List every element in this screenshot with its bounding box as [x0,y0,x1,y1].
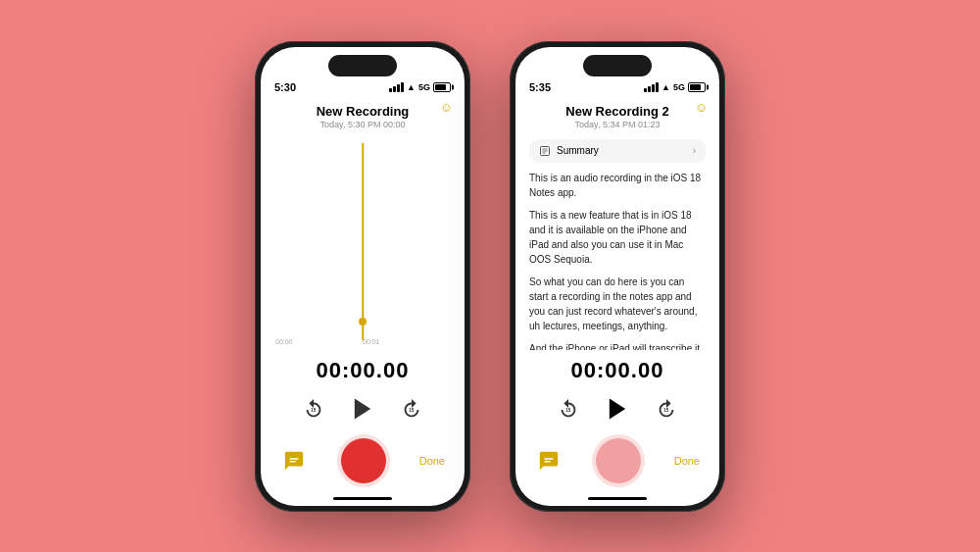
recording-header-2: New Recording 2 Today, 5:34 PM 01:23 ☺ [515,96,719,133]
bar1 [644,88,647,92]
signal-bars-2 [644,82,659,92]
skip-back-button-1[interactable]: 15 [300,395,327,423]
battery-fill-1 [435,84,446,90]
signal-bars-1 [389,82,404,92]
timer-display-2: 00:00.00 [515,350,719,389]
phone-1-screen: 5:30 ▲ 5G [261,47,465,506]
play-button-2[interactable] [602,393,633,425]
record-button-2[interactable] [596,438,641,483]
done-button-2[interactable]: Done [674,455,700,467]
bar4 [401,82,404,92]
transcript-area-2: Summary › This is an audio recording in … [515,133,719,350]
timer-display-1: 00:00.00 [261,350,465,389]
skip-forward-button-2[interactable]: 15 [653,395,680,423]
svg-text:15: 15 [663,407,669,412]
recording-meta-2: Today, 5:34 PM 01:23 [525,120,710,129]
playback-controls-1: 15 15 [261,389,465,432]
svg-rect-13 [544,461,550,462]
battery-fill-2 [690,84,701,90]
waveform-area-1: 00:00 00:01 [261,133,465,350]
transcript-p1: This is an audio recording in the iOS 18… [529,171,706,200]
summary-chevron-2: › [693,145,696,156]
recording-title-1: New Recording [270,104,455,119]
skip-back-button-2[interactable]: 15 [555,395,582,423]
screen-content-1: New Recording Today, 5:30 PM 00:00 ☺ 00:… [261,96,465,506]
timeline-dot-1 [359,318,367,326]
recording-meta-1: Today, 5:30 PM 00:00 [270,120,455,129]
timer-text-1: 00:00.00 [317,358,410,382]
phone-1: 5:30 ▲ 5G [255,41,470,512]
recording-title-2: New Recording 2 [525,104,710,119]
battery-icon-1 [433,82,451,92]
svg-rect-3 [289,458,298,459]
timer-text-2: 00:00.00 [571,358,664,382]
bar2 [648,86,651,92]
dynamic-island-1 [328,55,397,76]
waveform-canvas-1: 00:00 00:01 [261,133,465,350]
svg-marker-10 [610,398,625,419]
svg-rect-4 [289,461,295,462]
chat-button-1[interactable] [280,447,308,475]
wifi-icon-1: ▲ [407,82,416,92]
done-button-1[interactable]: Done [419,455,445,467]
screen-content-2: New Recording 2 Today, 5:34 PM 01:23 ☺ [515,96,719,506]
network-type-2: 5G [673,82,685,92]
svg-text:15: 15 [409,407,415,412]
bar1 [389,88,392,92]
status-time-1: 5:30 [274,81,296,93]
recording-header-1: New Recording Today, 5:30 PM 00:00 ☺ [261,96,465,133]
emoji-button-2[interactable]: ☺ [695,100,708,115]
summary-label-2: Summary [557,145,599,156]
svg-marker-1 [355,398,370,419]
bar3 [397,84,400,92]
transcript-p4: And the iPhone or iPad will transcribe i… [529,341,706,350]
home-indicator-2 [588,497,647,500]
phone-2: 5:35 ▲ 5G [510,41,725,512]
timeline-label-start-1: 00:00 [275,338,293,345]
timeline-labels-1: 00:00 00:01 [261,338,465,345]
svg-text:15: 15 [311,407,317,412]
svg-rect-12 [544,458,553,459]
transcript-p2: This is a new feature that is in iOS 18 … [529,208,706,267]
chat-button-2[interactable] [535,447,563,475]
timeline-label-mid-1: 00:01 [363,338,380,345]
transcript-text-2: This is an audio recording in the iOS 18… [529,171,706,350]
svg-text:15: 15 [565,407,571,412]
battery-icon-2 [688,82,706,92]
status-icons-1: ▲ 5G [389,82,451,92]
transcript-p3: So what you can do here is you can start… [529,275,706,333]
summary-button-2[interactable]: Summary › [529,139,706,163]
timeline-line-1 [362,143,364,340]
bar4 [656,82,659,92]
home-indicator-1 [333,497,392,500]
phone-2-screen: 5:35 ▲ 5G [515,47,719,506]
status-icons-2: ▲ 5G [644,82,706,92]
bottom-bar-1: Done [261,432,465,493]
emoji-button-1[interactable]: ☺ [440,100,453,115]
record-button-1[interactable] [341,438,386,483]
wifi-icon-2: ▲ [662,82,670,92]
status-time-2: 5:35 [529,81,551,93]
bar3 [652,84,655,92]
status-bar-1: 5:30 ▲ 5G [261,76,465,96]
playback-controls-2: 15 15 [515,389,719,432]
summary-icon [539,145,551,157]
summary-btn-left-2: Summary [539,145,599,157]
phone-2-body: 5:35 ▲ 5G [510,41,725,512]
status-bar-2: 5:35 ▲ 5G [515,76,719,96]
network-type-1: 5G [418,82,430,92]
skip-forward-button-1[interactable]: 15 [398,395,425,423]
bottom-bar-2: Done [515,432,719,493]
dynamic-island-2 [583,55,652,76]
play-button-1[interactable] [347,393,378,425]
bar2 [393,86,396,92]
phone-1-body: 5:30 ▲ 5G [255,41,470,512]
